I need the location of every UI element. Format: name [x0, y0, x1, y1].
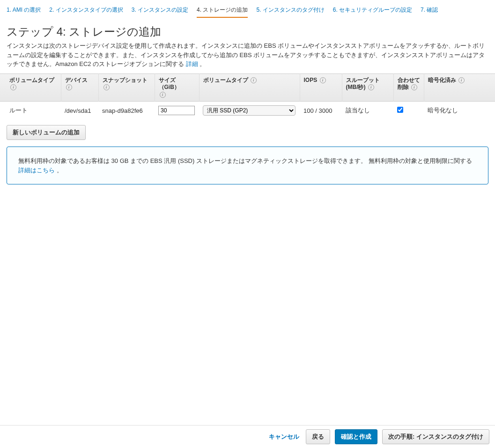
info-icon[interactable]: i	[368, 84, 374, 90]
cancel-link[interactable]: キャンセル	[269, 433, 299, 441]
info-icon[interactable]: i	[320, 77, 326, 83]
review-launch-button[interactable]: 確認と作成	[335, 429, 377, 444]
cell-volume-type: ルート	[0, 102, 61, 120]
storage-details-link[interactable]: 詳細	[186, 60, 198, 67]
cell-delete-on-termination	[393, 102, 424, 120]
page-title: ステップ 4: ストレージの追加	[0, 22, 495, 41]
th-throughput: スループット (MB/秒) i	[342, 73, 393, 102]
wizard-step-6[interactable]: 6. セキュリティグループの設定	[333, 6, 412, 18]
back-button[interactable]: 戻る	[306, 429, 330, 444]
free-tier-details-link[interactable]: 詳細はこちら	[18, 167, 55, 174]
free-tier-notice: 無料利用枠の対象であるお客様は 30 GB までの EBS 汎用 (SSD) ス…	[7, 147, 488, 184]
info-icon[interactable]: i	[10, 84, 16, 90]
cell-size	[155, 102, 199, 120]
cell-encrypted: 暗号化なし	[424, 102, 495, 120]
th-iops: IOPS i	[300, 73, 342, 102]
page-description: インスタンスは次のストレージデバイス設定を使用して作成されます。インスタンスに追…	[0, 41, 495, 73]
th-encrypted: 暗号化済み i	[424, 73, 495, 102]
cell-iops: 100 / 3000	[300, 102, 342, 120]
info-icon[interactable]: i	[458, 77, 465, 83]
wizard-step-1[interactable]: 1. AMI の選択	[7, 6, 41, 18]
add-volume-button[interactable]: 新しいボリュームの追加	[7, 125, 86, 140]
th-snapshot: スナップショットi	[98, 73, 155, 102]
th-device: デバイスi	[61, 73, 98, 102]
cell-volume-type2: 汎用 SSD (GP2)	[199, 102, 300, 120]
wizard-step-3[interactable]: 3. インスタンスの設定	[132, 6, 188, 18]
cell-snapshot: snap-d9a82fe6	[98, 102, 155, 120]
info-icon[interactable]: i	[411, 84, 417, 90]
desc-after: 。	[198, 60, 206, 67]
th-delete-on-termination: 合わせて削除 i	[393, 73, 424, 102]
table-row: ルート /dev/sda1 snap-d9a82fe6 汎用 SSD (GP2)…	[0, 102, 495, 120]
info-icon[interactable]: i	[160, 92, 166, 98]
wizard-step-5[interactable]: 5. インスタンスのタグ付け	[256, 6, 324, 18]
cell-device: /dev/sda1	[61, 102, 98, 120]
size-input[interactable]	[158, 106, 195, 115]
footer-bar: キャンセル 戻る 確認と作成 次の手順: インスタンスのタグ付け	[0, 425, 495, 448]
volume-type-select[interactable]: 汎用 SSD (GP2)	[203, 105, 296, 116]
cell-throughput: 該当なし	[342, 102, 393, 120]
next-button[interactable]: 次の手順: インスタンスのタグ付け	[382, 429, 489, 444]
storage-table: ボリュームタイプi デバイスi スナップショットi サイズ（GiB）i ボリュー…	[0, 73, 495, 120]
wizard-steps: 1. AMI の選択 2. インスタンスタイプの選択 3. インスタンスの設定 …	[0, 0, 495, 22]
notice-text: 無料利用枠の対象であるお客様は 30 GB までの EBS 汎用 (SSD) ス…	[18, 157, 472, 164]
th-volume-type: ボリュームタイプi	[0, 73, 61, 102]
desc-text: インスタンスは次のストレージデバイス設定を使用して作成されます。インスタンスに追…	[7, 42, 485, 67]
wizard-step-2[interactable]: 2. インスタンスタイプの選択	[49, 6, 123, 18]
info-icon[interactable]: i	[251, 77, 257, 83]
notice-after: 。	[55, 167, 63, 174]
wizard-step-4[interactable]: 4. ストレージの追加	[197, 6, 248, 18]
info-icon[interactable]: i	[103, 84, 110, 90]
info-icon[interactable]: i	[66, 84, 72, 90]
delete-on-termination-checkbox[interactable]	[397, 107, 403, 113]
wizard-step-7[interactable]: 7. 確認	[421, 6, 438, 18]
th-size: サイズ（GiB）i	[155, 73, 199, 102]
th-volume-type2: ボリュームタイプ i	[199, 73, 300, 102]
